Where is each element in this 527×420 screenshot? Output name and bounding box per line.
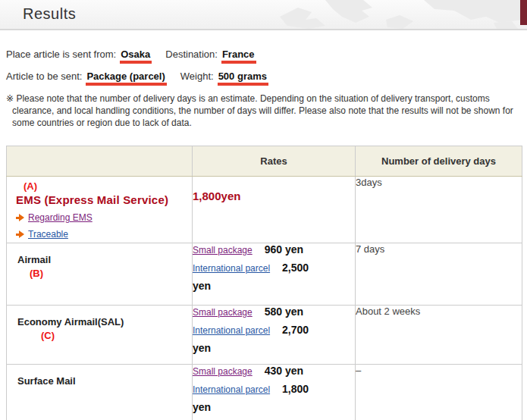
rates-table: Rates Number of delivery days (A) EMS (E…: [6, 146, 522, 420]
table-row-surface-mail: Surface Mail Small package430 yen Intern…: [7, 365, 522, 420]
international-parcel-link[interactable]: International parcel: [193, 263, 270, 274]
table-row-economy-sal: Economy Airmail(SAL) (C) Small package58…: [7, 306, 522, 365]
sent-from-value: Osaka: [120, 49, 152, 64]
col-rates-header: Rates: [193, 146, 356, 177]
table-row-airmail: Airmail (B) Small package960 yen Interna…: [7, 243, 522, 306]
sal-service-name: Economy Airmail(SAL): [17, 316, 192, 328]
weight-label: Weight:: [180, 71, 214, 82]
small-package-link[interactable]: Small package: [193, 245, 253, 255]
col-days-header: Number of delivery days: [356, 146, 522, 177]
world-map-watermark: [272, 0, 522, 29]
ems-service-name: EMS (Express Mail Service): [16, 193, 192, 206]
destination-value: France: [221, 49, 256, 64]
international-parcel-rate: 2,500: [282, 262, 309, 274]
airmail-service-cell: Airmail (B): [7, 243, 193, 306]
weight-value: 500 grams: [218, 71, 268, 86]
article-label: Article to be sent:: [6, 71, 82, 82]
regarding-ems-row: Regarding EMS: [16, 212, 192, 223]
international-parcel-link[interactable]: International parcel: [193, 325, 270, 336]
ems-rate-value: 1,800yen: [193, 190, 240, 202]
disclaimer-note: ※ Please note that the number of deliver…: [6, 92, 523, 129]
ems-rate-cell: 1,800yen: [193, 177, 356, 243]
ems-days-cell: 3days: [356, 177, 522, 243]
summary-line-article: Article to be sent:Package (parcel)Weigh…: [6, 71, 527, 86]
surface-days-cell: –: [356, 365, 522, 420]
page-header: Results: [0, 0, 527, 30]
table-row-ems: (A) EMS (Express Mail Service) Regarding…: [7, 177, 522, 243]
table-header-row: Rates Number of delivery days: [7, 146, 522, 177]
airmail-days-cell: 7 days: [356, 243, 522, 306]
international-parcel-rate: 2,700: [282, 324, 309, 336]
surface-rate-cell: Small package430 yen International parce…: [193, 365, 356, 420]
airmail-service-name: Airmail: [17, 254, 192, 265]
rate-unit: yen: [193, 280, 211, 292]
ems-service-cell: (A) EMS (Express Mail Service) Regarding…: [7, 177, 193, 243]
small-package-rate: 960 yen: [265, 243, 303, 255]
sal-service-cell: Economy Airmail(SAL) (C): [7, 306, 193, 365]
airmail-rate-cell: Small package960 yen International parce…: [193, 243, 356, 306]
traceable-link[interactable]: Traceable: [28, 229, 68, 240]
regarding-ems-link[interactable]: Regarding EMS: [28, 212, 93, 223]
small-package-rate: 430 yen: [265, 365, 303, 377]
surface-service-cell: Surface Mail: [7, 365, 193, 420]
arrow-right-icon: [16, 230, 24, 238]
rate-unit: yen: [193, 401, 211, 413]
article-value: Package (parcel): [86, 71, 166, 86]
small-package-rate: 580 yen: [265, 306, 303, 318]
label-b-tag: (B): [30, 268, 192, 279]
sal-rate-cell: Small package580 yen International parce…: [193, 306, 356, 365]
international-parcel-link[interactable]: International parcel: [193, 384, 270, 395]
surface-service-name: Surface Mail: [17, 375, 192, 387]
sal-days-cell: About 2 weeks: [356, 306, 522, 365]
label-a-tag: (A): [24, 180, 192, 192]
col-service-header: [7, 146, 193, 177]
sent-from-label: Place article is sent from:: [6, 49, 116, 60]
summary-line-origin: Place article is sent from:OsakaDestinat…: [6, 49, 527, 64]
shipment-summary: Place article is sent from:OsakaDestinat…: [6, 49, 527, 86]
destination-label: Destination:: [165, 49, 218, 60]
international-parcel-rate: 1,800: [282, 383, 309, 395]
traceable-row: Traceable: [16, 229, 192, 240]
small-package-link[interactable]: Small package: [193, 366, 253, 377]
corner-accent-bar: [520, 0, 527, 25]
small-package-link[interactable]: Small package: [193, 307, 253, 318]
arrow-right-icon: [16, 214, 24, 221]
label-c-tag: (C): [41, 330, 192, 341]
rate-unit: yen: [193, 342, 211, 354]
